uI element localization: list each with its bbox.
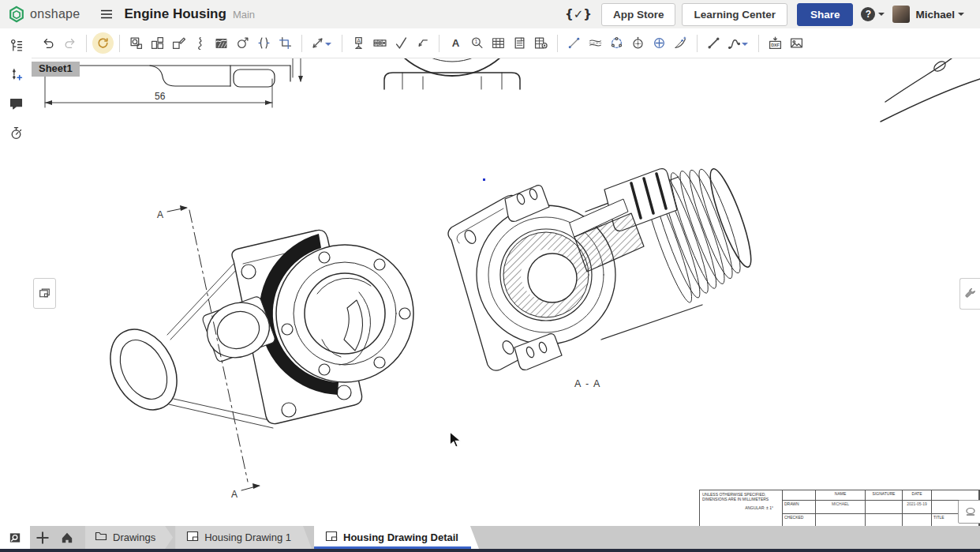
detail-view-button[interactable] — [232, 32, 253, 54]
app-header: onshape Engine Housing Main {✓} App Stor… — [0, 0, 980, 28]
tolerance-note: UNLESS OTHERWISE SPECIFIED, DIMENSIONS A… — [700, 490, 783, 526]
bom-table-button[interactable] — [509, 32, 530, 54]
tb-row-checked-label: CHECKED — [783, 514, 816, 526]
datum-feature-button[interactable]: A — [348, 32, 369, 54]
document-tab-2[interactable]: Housing Drawing Detail — [314, 526, 479, 549]
document-tab-label: Housing Drawing 1 — [204, 531, 291, 543]
table-button[interactable] — [488, 32, 509, 54]
centerline-button[interactable] — [585, 32, 606, 54]
new-tab-button[interactable] — [30, 526, 54, 549]
update-views-button[interactable] — [92, 32, 114, 54]
toolbar-separator — [697, 35, 698, 52]
section-arrow-top-label: A — [157, 209, 163, 220]
tb-header-date: DATE — [903, 490, 932, 501]
document-title[interactable]: Engine Housing — [125, 6, 226, 22]
note-button[interactable]: A — [445, 32, 466, 54]
tolerance-note-line3: ANGULAR: ± 1° — [702, 505, 780, 510]
partial-view-top-middle[interactable] — [380, 58, 525, 89]
svg-text:1: 1 — [475, 39, 478, 44]
insert-image-button[interactable] — [786, 32, 807, 54]
tb-drawn-name: MICHAEL — [816, 501, 866, 514]
folder-crumb-drawings[interactable]: Drawings — [85, 526, 173, 549]
section-arrow-bottom-label: A — [231, 489, 238, 500]
weld-symbol-button[interactable] — [412, 32, 433, 54]
mouse-cursor — [448, 431, 462, 450]
app-store-button[interactable]: App Store — [601, 3, 676, 26]
crop-view-button[interactable] — [275, 32, 296, 54]
toolbar-separator — [301, 35, 302, 52]
tb-row-drawn-label: DRAWN — [783, 501, 816, 514]
main-menu-button[interactable] — [99, 8, 114, 21]
sheet-tab[interactable]: Sheet1 — [32, 62, 80, 77]
user-name[interactable]: Michael — [915, 9, 955, 21]
left-rail — [0, 28, 32, 526]
folder-crumb-label: Drawings — [113, 531, 155, 543]
title-block-logo-box — [958, 500, 980, 524]
user-caret-down-icon[interactable] — [958, 13, 964, 19]
partial-view-top-left[interactable]: 56 — [45, 58, 303, 107]
section-view-label: A - A — [574, 378, 601, 389]
tangent-line-button[interactable] — [670, 32, 691, 54]
onshape-logo-icon — [8, 5, 25, 24]
export-dxf-button[interactable]: DXF — [765, 32, 786, 54]
toolbar-separator — [119, 35, 120, 52]
partial-view-top-right[interactable] — [881, 58, 980, 122]
spline-caret-down-icon[interactable] — [742, 43, 748, 49]
versions-history-button[interactable] — [6, 36, 25, 54]
manage-tabs-home-button[interactable] — [54, 526, 79, 549]
tb-header-signature: SIGNATURE — [866, 490, 903, 501]
document-tab-label: Housing Drawing Detail — [343, 531, 458, 543]
properties-panel-toggle[interactable] — [959, 278, 980, 310]
toolbar-separator — [86, 35, 87, 52]
drawing-canvas[interactable]: Sheet1 — [32, 58, 980, 526]
break-view-button[interactable] — [253, 32, 275, 54]
drawing-view-section[interactable]: A - A — [448, 166, 758, 389]
line-button[interactable] — [703, 32, 724, 54]
centerline-two-points-button[interactable] — [563, 32, 585, 54]
redo-button[interactable] — [59, 32, 80, 54]
selection-point — [483, 178, 485, 181]
section-line-button[interactable] — [189, 32, 211, 54]
projected-view-button[interactable] — [147, 32, 168, 54]
onshape-brand: onshape — [30, 7, 80, 21]
tab-bar: DrawingsHousing Drawing 1Housing Drawing… — [0, 526, 980, 549]
api-explorer-button[interactable]: {✓} — [565, 7, 592, 21]
title-block[interactable]: UNLESS OTHERWISE SPECIFIED, DIMENSIONS A… — [699, 490, 980, 526]
broken-out-section-button[interactable] — [211, 32, 232, 54]
help-caret-down-icon[interactable] — [878, 13, 885, 19]
tb-checked-date — [903, 514, 932, 526]
insert-view-button[interactable] — [125, 32, 147, 54]
search-tabs-button[interactable] — [0, 526, 30, 549]
drawing-toolbar: AA1DXF — [32, 28, 980, 58]
drawing-view-isometric[interactable]: A A — [97, 205, 413, 500]
hole-table-button[interactable] — [530, 32, 552, 54]
sheets-panel-toggle[interactable] — [33, 278, 56, 309]
drawing-tab-icon — [325, 530, 338, 545]
learning-center-button[interactable]: Learning Center — [682, 3, 787, 26]
dimension-caret-down-icon[interactable] — [325, 43, 331, 49]
auxiliary-view-button[interactable] — [168, 32, 189, 54]
help-button[interactable]: ? — [861, 7, 875, 21]
user-avatar[interactable] — [892, 6, 910, 23]
create-version-button[interactable] — [6, 65, 25, 84]
dimension-button[interactable] — [308, 32, 336, 54]
comments-button[interactable] — [6, 94, 25, 113]
drawing-sheet[interactable]: 56 — [32, 58, 980, 526]
bolt-circle-center-mark-button[interactable] — [606, 32, 627, 54]
dimension-56-label[interactable]: 56 — [155, 91, 166, 102]
workspace-name[interactable]: Main — [233, 9, 255, 21]
toolbar-separator — [758, 35, 759, 52]
undo-button[interactable] — [38, 32, 59, 54]
callout-button[interactable]: 1 — [466, 32, 488, 54]
circular-center-mark-button[interactable] — [627, 32, 649, 54]
share-button[interactable]: Share — [797, 3, 854, 26]
performance-button[interactable] — [6, 123, 25, 142]
center-mark-button[interactable] — [649, 32, 670, 54]
geometric-tolerance-button[interactable] — [369, 32, 391, 54]
surface-finish-button[interactable] — [391, 32, 412, 54]
toolbar-separator — [342, 35, 342, 52]
stamp-icon — [963, 506, 978, 517]
onshape-app: onshape Engine Housing Main {✓} App Stor… — [0, 0, 980, 552]
spline-button[interactable] — [724, 32, 753, 54]
document-tab-1[interactable]: Housing Drawing 1 — [175, 526, 312, 549]
